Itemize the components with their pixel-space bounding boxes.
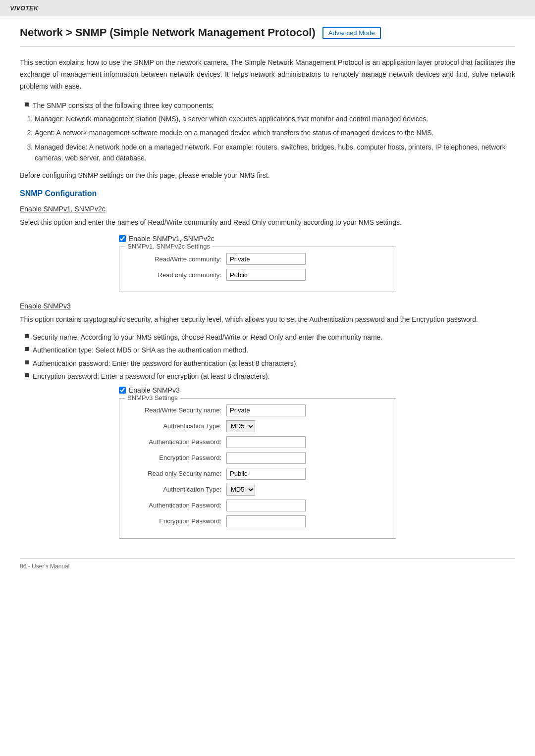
snmpv3-description: This option contains cryptographic secur… (20, 314, 515, 326)
numbered-item-3: Managed device: A network node on a mana… (35, 142, 515, 164)
snmpv1v2c-description: Select this option and enter the names o… (20, 217, 515, 229)
ro-community-input[interactable] (226, 269, 306, 281)
auth-password-label-2: Authentication Password: (127, 502, 226, 509)
snmpv3-bullet-2: Authentication type: Select MD5 or SHA a… (25, 345, 515, 355)
enc-password-row-1: Encryption Password: (127, 452, 388, 464)
bullet-header-item: The SNMP consists of the following three… (25, 100, 515, 111)
bullet-icon (25, 102, 29, 106)
auth-password-row-2: Authentication Password: (127, 500, 388, 511)
before-config-text: Before configuring SNMP settings on the … (20, 171, 515, 179)
numbered-list: Manager: Network-management station (NMS… (35, 113, 515, 164)
auth-password-row-1: Authentication Password: (127, 436, 388, 448)
snmpv3-bullet-text-3: Authentication password: Enter the passw… (33, 358, 298, 369)
brand-logo: VIVOTEK (10, 4, 38, 12)
rw-community-label: Read/Write community: (127, 255, 226, 263)
auth-type-row-2: Authentication Type: MD5 SHA (127, 484, 388, 496)
snmpv3-bullets: Security name: According to your NMS set… (25, 332, 515, 382)
rw-security-name-label: Read/Write Security name: (127, 406, 226, 414)
snmpv3-section: Enable SNMPv3 This option contains crypt… (20, 302, 515, 538)
snmpv3-bullet-4: Encryption password: Enter a password fo… (25, 371, 515, 382)
auth-type-label-1: Authentication Type: (127, 422, 226, 430)
snmpv1v2c-box-title: SNMPv1, SNMPv2c Settings (125, 243, 212, 250)
bullet-header-text: The SNMP consists of the following three… (33, 100, 214, 111)
top-bar: VIVOTEK (0, 0, 535, 16)
enable-snmpv3-checkbox[interactable] (119, 387, 126, 394)
enable-snmpv3-row[interactable]: Enable SNMPv3 (119, 386, 515, 394)
enc-password-label-2: Encryption Password: (127, 517, 226, 525)
snmpv3-bullet-3: Authentication password: Enter the passw… (25, 358, 515, 369)
snmpv3-subtitle: Enable SNMPv3 (20, 302, 515, 310)
intro-paragraph: This section explains how to use the SNM… (20, 57, 515, 92)
ro-community-label: Read only community: (127, 271, 226, 279)
enable-snmpv1v2c-label[interactable]: Enable SNMPv1, SNMPv2c (129, 235, 214, 243)
ro-community-row: Read only community: (127, 269, 388, 281)
enc-password-input-2[interactable] (226, 515, 306, 527)
ro-security-name-input[interactable] (226, 468, 306, 480)
snmpv1v2c-settings-box: SNMPv1, SNMPv2c Settings Read/Write comm… (119, 247, 396, 292)
enc-password-label-1: Encryption Password: (127, 454, 226, 461)
auth-type-row-1: Authentication Type: MD5 SHA (127, 420, 388, 432)
numbered-item-1: Manager: Network-management station (NMS… (35, 113, 515, 124)
snmpv3-bullet-text-2: Authentication type: Select MD5 or SHA a… (33, 345, 248, 355)
ro-security-name-label: Read only Security name: (127, 470, 226, 477)
enc-password-input-1[interactable] (226, 452, 306, 464)
enable-snmpv1v2c-checkbox[interactable] (119, 235, 126, 242)
footer: 86 - User's Manual (20, 558, 515, 570)
rw-community-input[interactable] (226, 253, 306, 265)
enable-snmpv3-label[interactable]: Enable SNMPv3 (129, 386, 180, 394)
snmp-config-title: SNMP Configuration (20, 189, 515, 198)
auth-password-label-1: Authentication Password: (127, 438, 226, 446)
bullet-icon-2 (25, 347, 29, 351)
rw-security-name-row: Read/Write Security name: (127, 404, 388, 416)
auth-type-label-2: Authentication Type: (127, 486, 226, 493)
bullet-icon-1 (25, 334, 29, 338)
page-title-row: Network > SNMP (Simple Network Managemen… (20, 26, 515, 47)
auth-password-input-2[interactable] (226, 500, 306, 511)
enable-snmpv1v2c-row[interactable]: Enable SNMPv1, SNMPv2c (119, 235, 515, 243)
ro-security-name-row: Read only Security name: (127, 468, 388, 480)
snmpv3-settings-box: SNMPv3 Settings Read/Write Security name… (119, 398, 396, 539)
auth-password-input-1[interactable] (226, 436, 306, 448)
snmpv1v2c-section: Enable SNMPv1, SNMPv2c Select this optio… (20, 205, 515, 292)
snmpv3-bullet-1: Security name: According to your NMS set… (25, 332, 515, 343)
bullet-icon-3 (25, 360, 29, 364)
snmpv3-bullet-text-4: Encryption password: Enter a password fo… (33, 371, 270, 382)
auth-type-select-2[interactable]: MD5 SHA (226, 484, 255, 496)
rw-security-name-input[interactable] (226, 404, 306, 416)
snmpv3-bullet-text-1: Security name: According to your NMS set… (33, 332, 382, 343)
rw-community-row: Read/Write community: (127, 253, 388, 265)
page-title-text: Network > SNMP (Simple Network Managemen… (20, 26, 316, 39)
snmpv3-box-title: SNMPv3 Settings (125, 394, 180, 402)
main-content: Network > SNMP (Simple Network Managemen… (0, 16, 535, 590)
numbered-item-2: Agent: A network-management software mod… (35, 127, 515, 138)
enc-password-row-2: Encryption Password: (127, 515, 388, 527)
auth-type-select-1[interactable]: MD5 SHA (226, 420, 255, 432)
snmpv1v2c-subtitle: Enable SNMPv1, SNMPv2c (20, 205, 515, 213)
bullet-icon-4 (25, 373, 29, 377)
bullet-list: The SNMP consists of the following three… (25, 100, 515, 163)
advanced-mode-button[interactable]: Advanced Mode (322, 27, 381, 39)
